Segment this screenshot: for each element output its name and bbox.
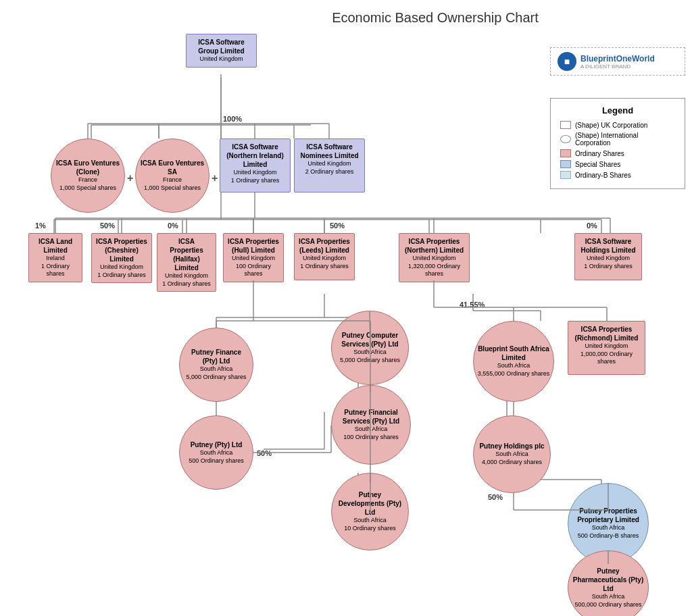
node-putney-holdings: Putney Holdings plc South Africa 4,000 O…	[473, 415, 551, 493]
node-pharma-country: South Africa	[592, 593, 625, 601]
node-software-holdings: ICSA Software Holdings Limited United Ki…	[574, 233, 642, 280]
node-pd-country: South Africa	[353, 517, 387, 525]
pct-1: 1%	[35, 222, 46, 230]
node-ppty-country: South Africa	[200, 449, 233, 457]
node-pp-shares: 500 Ordinary-B shares	[578, 532, 639, 540]
node-hull: ICSA Properties (Hull) Limited United Ki…	[223, 233, 284, 282]
node-nominees-country: United Kingdom	[299, 160, 360, 168]
node-hull-name: ICSA Properties (Hull) Limited	[228, 237, 279, 255]
node-land-name: ICSA Land Limited	[33, 237, 78, 255]
node-euro-clone-shares: 1,000 Special shares	[59, 184, 116, 192]
node-nominees-name: ICSA Software Nominees Limited	[299, 143, 360, 160]
node-pharma-shares: 500,000 Ordinary shares	[574, 601, 641, 609]
node-richmond-name: ICSA Properties (Richmond) Limited	[572, 325, 641, 342]
node-icsa-land: ICSA Land Limited Ireland 1 Ordinary sha…	[28, 233, 82, 282]
node-pd-name: Putney Developments (Pty) Ltd	[335, 490, 405, 517]
node-pc-country: South Africa	[353, 349, 387, 357]
node-northern-shares: 1,320,000 Ordinary shares	[403, 263, 465, 278]
node-pd-shares: 10 Ordinary shares	[344, 525, 396, 533]
node-bpsa-name: Blueprint South Africa Limited	[477, 344, 550, 362]
plus-2: +	[212, 172, 218, 184]
node-icsa-root-country: United Kingdom	[191, 55, 252, 63]
node-bpsa-country: South Africa	[497, 362, 530, 370]
node-icsa-root: ICSA Software Group Limited United Kingd…	[186, 34, 257, 68]
pct-leeds: 50%	[330, 222, 345, 230]
node-richmond: ICSA Properties (Richmond) Limited Unite…	[568, 321, 645, 375]
node-richmond-shares: 1,000,000 Ordinary shares	[572, 351, 641, 366]
node-pharma-name: Putney Pharmaceuticals (Pty) Ltd	[572, 567, 645, 593]
node-ppty-shares: 500 Ordinary shares	[189, 457, 244, 465]
node-ni-shares: 1 Ordinary shares	[224, 177, 286, 185]
node-leeds: ICSA Properties (Leeds) Limited United K…	[294, 233, 355, 280]
node-euro-sa-name: ICSA Euro Ventures SA	[139, 159, 205, 176]
pct-halifax: 0%	[168, 222, 178, 230]
node-ph-shares: 4,000 Ordinary shares	[482, 459, 542, 467]
node-bpsa-shares: 3,555,000 Ordinary shares	[478, 370, 550, 378]
node-euro-sa-shares: 1,000 Special shares	[144, 184, 201, 192]
node-ph-name: Putney Holdings plc	[479, 442, 544, 451]
node-holdings-country: United Kingdom	[579, 255, 637, 263]
node-northern-ireland: ICSA Software (Northern Ireland) Limited…	[220, 138, 291, 192]
node-ph-country: South Africa	[495, 451, 528, 459]
node-northern-name: ICSA Properties (Northern) Limited	[403, 237, 465, 255]
node-halifax-country: United Kingdom	[162, 272, 212, 280]
node-leeds-country: United Kingdom	[299, 255, 350, 263]
node-leeds-shares: 1 Ordinary shares	[299, 263, 350, 271]
node-pfs-name: Putney Financial Services (Pty) Ltd	[335, 408, 407, 426]
node-pc-shares: 5,000 Ordinary shares	[340, 357, 400, 365]
node-cheshire-country: United Kingdom	[96, 263, 147, 272]
node-pf-shares: 5,000 Ordinary shares	[186, 374, 246, 382]
node-cheshire: ICSA Properties (Cheshire) Limited Unite…	[91, 233, 152, 283]
node-putney-developments: Putney Developments (Pty) Ltd South Afri…	[331, 473, 409, 550]
pct-holdings: 0%	[587, 222, 597, 230]
node-pp-name: Putney Properties Proprietary Limited	[572, 507, 645, 524]
node-pp-country: South Africa	[592, 524, 625, 532]
node-nominees: ICSA Software Nominees Limited United Ki…	[294, 138, 365, 192]
node-halifax: ICSA Properties (Halifax) Limited United…	[157, 233, 216, 292]
node-halifax-shares: 1 Ordinary shares	[162, 280, 212, 288]
pct-100: 100%	[223, 115, 242, 123]
node-hull-country: United Kingdom	[228, 255, 279, 263]
node-euro-clone-name: ICSA Euro Ventures (Clone)	[55, 159, 121, 176]
node-pc-name: Putney Computer Services (Pty) Ltd	[335, 331, 405, 349]
node-halifax-name: ICSA Properties (Halifax) Limited	[162, 237, 212, 272]
node-blueprint-sa: Blueprint South Africa Limited South Afr…	[473, 321, 554, 402]
node-pf-country: South Africa	[200, 365, 233, 374]
node-icsa-root-name: ICSA Software Group Limited	[191, 38, 252, 55]
pct-41: 41.55%	[460, 301, 485, 309]
node-euro-sa-country: France	[163, 176, 182, 184]
node-richmond-country: United Kingdom	[572, 342, 641, 351]
node-cheshire-shares: 1 Ordinary shares	[96, 272, 147, 280]
pct-50-holdings: 50%	[488, 493, 503, 501]
node-pfs-shares: 100 Ordinary shares	[343, 434, 399, 442]
node-leeds-name: ICSA Properties (Leeds) Limited	[299, 237, 350, 255]
node-nominees-shares: 2 Ordinary shares	[299, 168, 360, 176]
pct-cheshire: 50%	[100, 222, 115, 230]
chart-area: ICSA Software Group Limited United Kingd…	[14, 14, 678, 601]
node-putney-pharma: Putney Pharmaceuticals (Pty) Ltd South A…	[568, 550, 649, 616]
node-land-shares: 1 Ordinary shares	[33, 263, 78, 278]
node-putney-finance: Putney Finance (Pty) Ltd South Africa 5,…	[179, 328, 253, 402]
node-icsa-euro-clone: ICSA Euro Ventures (Clone) France 1,000 …	[51, 138, 125, 213]
node-holdings-shares: 1 Ordinary shares	[579, 263, 637, 271]
node-northern: ICSA Properties (Northern) Limited Unite…	[399, 233, 470, 282]
node-pfs-country: South Africa	[355, 426, 388, 434]
page: Economic Based Ownership Chart ■ Bluepri…	[0, 0, 692, 616]
plus-1: +	[127, 172, 133, 184]
node-icsa-euro-sa: ICSA Euro Ventures SA France 1,000 Speci…	[135, 138, 209, 213]
node-northern-country: United Kingdom	[403, 255, 465, 263]
node-ppty-name: Putney (Pty) Ltd	[191, 440, 243, 449]
node-putney-financial-services: Putney Financial Services (Pty) Ltd Sout…	[331, 385, 411, 465]
node-hull-shares: 100 Ordinary shares	[228, 263, 279, 278]
node-ni-name: ICSA Software (Northern Ireland) Limited	[224, 143, 286, 169]
node-cheshire-name: ICSA Properties (Cheshire) Limited	[96, 237, 147, 263]
node-pf-name: Putney Finance (Pty) Ltd	[183, 348, 249, 365]
node-putney-computer: Putney Computer Services (Pty) Ltd South…	[331, 311, 409, 385]
node-ni-country: United Kingdom	[224, 169, 286, 177]
pct-50-putney: 50%	[257, 449, 272, 457]
node-holdings-name: ICSA Software Holdings Limited	[579, 237, 637, 255]
node-euro-clone-country: France	[78, 176, 97, 184]
node-land-country: Ireland	[33, 255, 78, 263]
node-putney-pty: Putney (Pty) Ltd South Africa 500 Ordina…	[179, 415, 253, 490]
